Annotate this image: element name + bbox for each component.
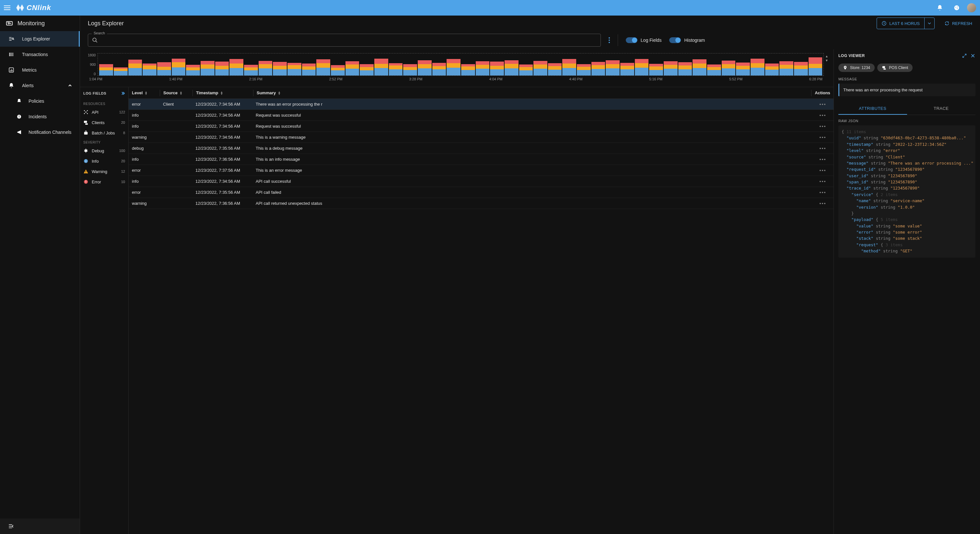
- notification-channels-icon: [16, 129, 23, 136]
- sidebar: Monitoring Logs ExplorerTransactionsMetr…: [0, 16, 80, 534]
- metrics-icon: [8, 67, 15, 73]
- row-actions[interactable]: [811, 137, 834, 138]
- sidebar-item-incidents[interactable]: Incidents: [0, 109, 80, 124]
- sort-icon: ▲▼: [220, 91, 223, 95]
- table-row[interactable]: info12/23/2022, 7:34:56 AMRequest was su…: [129, 121, 834, 132]
- menu-toggle[interactable]: [4, 4, 12, 12]
- viewer-expand[interactable]: [962, 53, 967, 58]
- column-actions[interactable]: Actions: [811, 91, 834, 95]
- main-header: Logs Explorer LAST 6 HORUS REFRESH: [80, 16, 980, 31]
- histogram-bars[interactable]: [97, 53, 824, 76]
- sidebar-item-transactions[interactable]: Transactions: [0, 47, 80, 62]
- row-actions[interactable]: [811, 192, 834, 193]
- chip-store-[interactable]: Store: 1234: [838, 64, 875, 72]
- sort-icon: ▲▼: [145, 91, 148, 95]
- search-field[interactable]: Search: [88, 34, 601, 47]
- row-actions[interactable]: [811, 148, 834, 149]
- sidebar-header-label: Monitoring: [18, 20, 45, 27]
- sidebar-collapse[interactable]: [0, 518, 80, 534]
- toggle-histogram[interactable]: [669, 37, 681, 43]
- user-avatar[interactable]: [967, 3, 976, 12]
- viewer-message: There was an error processing the reques…: [838, 84, 975, 96]
- toggle-log-fields[interactable]: [626, 37, 638, 43]
- time-range-button[interactable]: LAST 6 HORUS: [877, 17, 935, 29]
- table-row[interactable]: info12/23/2022, 7:34:56 AMAPI call succe…: [129, 176, 834, 187]
- fields-item-debug[interactable]: Debug100: [80, 146, 128, 156]
- svg-rect-12: [12, 70, 13, 71]
- raw-json-view[interactable]: { 11 items "uuid" string "630df463-0bc7-…: [838, 126, 975, 257]
- search-icon: [92, 37, 98, 43]
- column-summary[interactable]: Summary▲▼: [253, 91, 811, 95]
- row-actions[interactable]: [811, 126, 834, 127]
- log-viewer: LOG VIEWER Store: 1234POS Client MESSAGE…: [834, 49, 980, 534]
- histogram-expand-down[interactable]: ▼: [825, 59, 831, 62]
- table-row[interactable]: error12/23/2022, 7:35:56 AMAPI call fail…: [129, 187, 834, 198]
- svg-rect-35: [883, 66, 885, 68]
- table-row[interactable]: debug12/23/2022, 7:35:56 AMThis is a deb…: [129, 143, 834, 154]
- row-actions[interactable]: [811, 159, 834, 160]
- sidebar-item-notification-channels[interactable]: Notification Channels: [0, 124, 80, 140]
- row-actions[interactable]: [811, 104, 834, 105]
- notifications-icon[interactable]: [936, 4, 944, 12]
- refresh-icon: [944, 21, 950, 26]
- column-source[interactable]: Source▲▼: [160, 91, 192, 95]
- column-level[interactable]: Level▲▼: [129, 91, 160, 95]
- fields-item-info[interactable]: Info20: [80, 156, 128, 166]
- refresh-button[interactable]: REFRESH: [944, 21, 972, 26]
- table-row[interactable]: warning12/23/2022, 7:36:56 AMAPI call re…: [129, 198, 834, 209]
- table-row[interactable]: info12/23/2022, 7:36:56 AMThis is an inf…: [129, 154, 834, 165]
- sidebar-item-logs-explorer[interactable]: Logs Explorer: [0, 31, 80, 47]
- chevron-down-icon: [928, 22, 931, 25]
- raw-json-label: RAW JSON: [838, 119, 975, 123]
- svg-point-5: [12, 38, 14, 40]
- fields-item-batch-jobs[interactable]: Batch / Jobs8: [80, 128, 128, 138]
- log-fields-panel: LOG FIELDS RESOURCESAPI122Clients20Batch…: [80, 87, 129, 534]
- row-actions[interactable]: [811, 170, 834, 171]
- fields-item-api[interactable]: API122: [80, 107, 128, 117]
- collapse-icon: [8, 523, 14, 529]
- table-row[interactable]: warning12/23/2022, 7:34:56 AMThis is a w…: [129, 132, 834, 143]
- column-timestamp[interactable]: Timestamp▲▼: [193, 91, 253, 95]
- fields-panel-title: LOG FIELDS: [83, 91, 106, 95]
- fields-item-clients[interactable]: Clients20: [80, 117, 128, 128]
- viewer-title: LOG VIEWER: [838, 54, 865, 58]
- sort-icon: ▲▼: [278, 91, 281, 95]
- fields-item-warning[interactable]: Warning12: [80, 166, 128, 176]
- transactions-icon: [8, 51, 15, 58]
- histogram-x-axis: 1:04 PM1:40 PM2:16 PM2:52 PM3:28 PM4:04 …: [88, 76, 824, 81]
- row-actions[interactable]: [811, 115, 834, 116]
- fields-section-severity: SEVERITY: [80, 138, 128, 146]
- chip-pos-client[interactable]: POS Client: [877, 64, 913, 72]
- tab-attributes[interactable]: ATTRIBUTES: [838, 103, 907, 115]
- brand-text: CNlink: [27, 3, 51, 12]
- viewer-close[interactable]: [970, 53, 975, 58]
- toggle-histogram-label: Histogram: [684, 38, 705, 43]
- histogram-y-axis: 18009000: [88, 53, 97, 76]
- sidebar-item-policies[interactable]: Policies: [0, 93, 80, 109]
- sidebar-item-metrics[interactable]: Metrics: [0, 62, 80, 78]
- fields-item-error[interactable]: Error10: [80, 176, 128, 187]
- row-actions[interactable]: [811, 203, 834, 204]
- svg-point-2: [957, 6, 958, 8]
- refresh-label: REFRESH: [952, 21, 972, 26]
- table-row[interactable]: info12/23/2022, 7:34:56 AMRequest was su…: [129, 110, 834, 121]
- table-row[interactable]: error12/23/2022, 7:37:56 AMThis is an er…: [129, 165, 834, 176]
- row-actions[interactable]: [811, 181, 834, 182]
- theme-icon[interactable]: [953, 4, 961, 12]
- controls-row: Search Log Fields Histogram: [80, 31, 980, 49]
- fields-panel-collapse[interactable]: [121, 91, 125, 95]
- time-range-dropdown[interactable]: [924, 18, 934, 29]
- svg-rect-29: [86, 160, 86, 160]
- topbar: CNlink: [0, 0, 980, 16]
- tab-trace[interactable]: TRACE: [907, 103, 976, 115]
- brand-logo[interactable]: CNlink: [16, 3, 51, 12]
- svg-rect-31: [86, 172, 86, 173]
- search-input[interactable]: [101, 38, 597, 43]
- search-options[interactable]: [606, 37, 612, 43]
- sidebar-item-alerts[interactable]: Alerts: [0, 78, 80, 93]
- table-row[interactable]: errorClient12/23/2022, 7:34:56 AMThere w…: [129, 99, 834, 110]
- svg-rect-24: [85, 124, 88, 125]
- svg-rect-28: [86, 161, 86, 162]
- svg-point-17: [93, 38, 96, 41]
- histogram-expand-up[interactable]: ▲: [825, 54, 831, 58]
